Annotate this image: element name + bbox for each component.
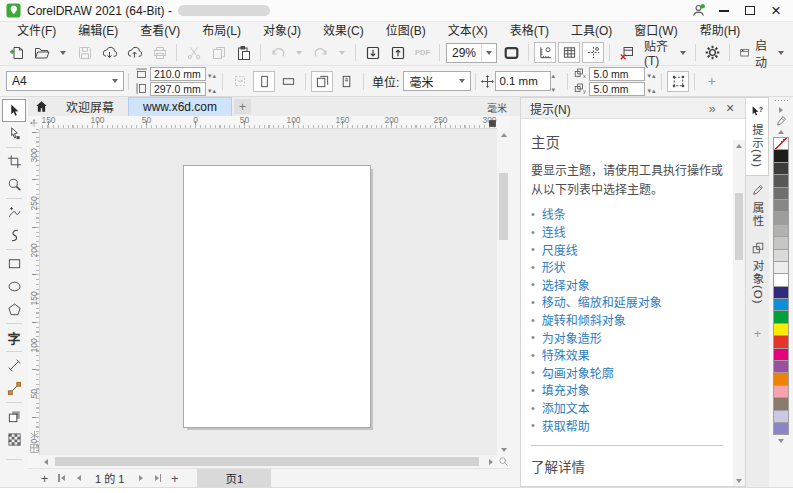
color-swatch[interactable] [773,410,789,423]
menu-item[interactable]: 文件(F) [6,22,67,40]
crop-tool-button[interactable] [2,150,26,173]
all-pages-layout-button[interactable] [311,71,333,92]
color-swatch[interactable] [773,261,789,274]
scroll-up-button[interactable] [497,129,510,140]
redo-dropdown-caret[interactable] [333,42,351,64]
hint-topic-link[interactable]: 为对象造形 [542,329,602,346]
options-button[interactable] [700,42,725,64]
show-grid-toggle[interactable] [558,42,580,63]
document-palette-icon[interactable] [29,430,40,441]
palette-scroll-up-button[interactable] [773,126,789,137]
palette-drag-handle[interactable] [774,99,788,103]
docker-tab-objects[interactable]: 对象(O) [746,234,769,312]
palette-scroll-down-button[interactable] [773,435,789,446]
zoom-level-combobox[interactable]: 29% [446,43,497,63]
open-dropdown-caret[interactable] [54,42,72,64]
hint-topic-link[interactable]: 连线 [542,223,566,240]
snap-to-dropdown[interactable]: 贴齐(T) [639,42,691,64]
docker-tab-hints[interactable]: ? 提示(N) [746,97,769,176]
show-rulers-toggle[interactable] [534,42,556,63]
pan-zoom-button[interactable] [497,455,510,468]
show-guidelines-toggle[interactable] [582,42,604,63]
artistic-media-tool-button[interactable] [2,224,26,247]
pick-tool-button[interactable] [2,99,26,122]
scroll-down-button[interactable] [733,475,745,486]
page-height-input[interactable]: 297.0 mm [150,82,206,96]
hint-topic-link[interactable]: 选择对象 [542,276,590,293]
open-document-button[interactable] [29,42,54,64]
color-swatch[interactable] [773,348,789,361]
autofit-page-button[interactable] [227,70,252,92]
shape-tool-button[interactable] [2,122,26,145]
docker-tab-properties[interactable]: 属性 [746,176,769,234]
color-swatch[interactable] [773,273,789,286]
nudge-distance-input[interactable]: 0.1 mm [495,71,551,91]
minimize-button[interactable] [711,1,737,21]
menu-item[interactable]: 表格(T) [499,22,560,40]
vertical-scroll-thumb[interactable] [499,173,508,240]
polygon-tool-button[interactable] [2,298,26,321]
color-swatch[interactable] [773,310,789,323]
menu-item[interactable]: 位图(B) [375,22,437,40]
import-button[interactable] [360,42,385,64]
menu-item[interactable]: 对象(J) [252,22,312,40]
color-swatch[interactable] [773,137,789,150]
customize-propbar-button[interactable] [699,70,724,92]
color-swatch[interactable] [773,199,789,212]
hint-topic-link[interactable]: 特殊效果 [542,346,590,363]
copy-button[interactable] [206,42,231,64]
current-page-layout-button[interactable] [334,70,359,92]
hint-topic-link[interactable]: 线条 [542,205,566,222]
first-page-button[interactable] [53,470,70,487]
add-page-button[interactable] [36,470,53,487]
dimension-tool-button[interactable] [2,354,26,377]
duplicate-y-spinner[interactable] [647,82,655,96]
next-page-button[interactable] [132,470,149,487]
menu-item[interactable]: 文本(X) [437,22,499,40]
page-width-spinner[interactable] [208,67,216,81]
undo-dropdown-caret[interactable] [290,42,308,64]
hint-topic-link[interactable]: 旋转和倾斜对象 [542,311,626,328]
full-screen-preview-button[interactable] [499,42,524,64]
color-swatch[interactable] [773,385,789,398]
treat-as-filled-toggle[interactable] [667,71,689,92]
menu-item[interactable]: 编辑(E) [67,22,129,40]
launch-dropdown[interactable]: 启动 [734,42,789,64]
publish-pdf-button[interactable]: PDF [410,42,435,64]
landscape-orientation-button[interactable] [276,70,301,92]
hint-topic-link[interactable]: 填充对象 [542,381,590,398]
color-swatch[interactable] [773,372,789,385]
freehand-tool-button[interactable] [2,201,26,224]
color-swatch[interactable] [773,422,789,435]
paste-button[interactable] [231,42,256,64]
cut-button[interactable] [181,42,206,64]
zoom-tool-button[interactable] [2,173,26,196]
color-swatch[interactable] [773,286,789,299]
page-width-input[interactable]: 210.0 mm [150,67,206,81]
duplicate-x-spinner[interactable] [647,67,655,81]
close-panel-button[interactable] [721,100,739,116]
vertical-scrollbar[interactable] [497,129,510,455]
color-swatch[interactable] [773,211,789,224]
close-button[interactable] [763,1,789,21]
horizontal-scroll-thumb[interactable] [55,457,479,466]
color-swatch[interactable] [773,162,789,175]
page-size-combobox[interactable]: A4 [6,71,124,91]
scroll-left-button[interactable] [40,456,52,467]
previous-page-button[interactable] [70,470,87,487]
scroll-up-button[interactable] [733,140,745,151]
open-from-cloud-button[interactable] [97,42,122,64]
color-swatch[interactable] [773,174,789,187]
rectangle-tool-button[interactable] [2,252,26,275]
duplicate-y-input[interactable]: 5.0 mm [589,82,645,96]
print-button[interactable] [147,42,172,64]
scroll-right-button[interactable] [485,456,497,467]
snapping-off-button[interactable] [614,42,639,64]
menu-item[interactable]: 布局(L) [191,22,252,40]
scroll-down-button[interactable] [497,444,510,455]
last-page-button[interactable] [149,470,166,487]
redo-button[interactable] [308,42,333,64]
save-button[interactable] [72,42,97,64]
hints-scroll-thumb[interactable] [735,193,743,260]
hint-topic-link[interactable]: 形状 [542,258,566,275]
